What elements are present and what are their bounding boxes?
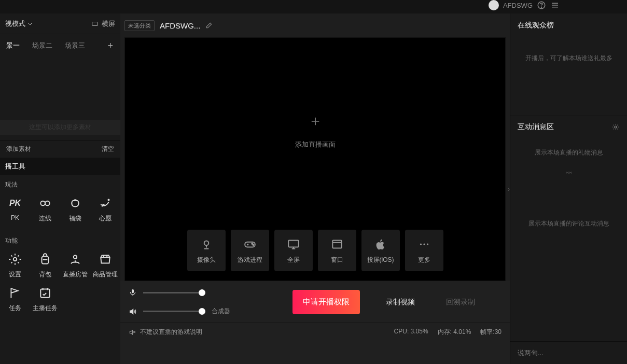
material-list: 这里可以添加更多素材	[0, 57, 120, 140]
record-button[interactable]: 录制视频	[386, 298, 415, 307]
mic-volume-slider[interactable]	[143, 292, 205, 293]
tool-goods[interactable]: 商品管理	[90, 251, 120, 279]
source-buttons: 摄像头 游戏进程 全屏 窗口 投屏(iOS)	[187, 230, 443, 271]
edit-title-icon[interactable]	[205, 22, 213, 29]
scene-tab-3[interactable]: 场景三	[63, 38, 87, 53]
svg-rect-18	[332, 240, 341, 248]
scene-tabs: 景一 场景二 场景三 +	[0, 34, 120, 57]
svg-rect-5	[92, 22, 98, 25]
tool-link[interactable]: 连线	[30, 195, 60, 223]
top-bar: AFDSWG	[0, 0, 627, 13]
mem-stat: 内存: 4.01%	[438, 328, 471, 337]
gift-empty-text: 展示本场直播的礼物消息	[510, 138, 627, 167]
add-material-button[interactable]: 添加素材	[6, 145, 31, 153]
game-advice-link[interactable]: 不建议直播的游戏说明	[140, 328, 202, 337]
gameplay-section-header: 玩法	[0, 175, 120, 192]
tool-wish[interactable]: 心愿	[90, 195, 120, 223]
gamepad-icon	[243, 237, 257, 251]
flag-icon	[7, 285, 23, 301]
tool-lucky-bag[interactable]: 福袋	[60, 195, 90, 223]
svg-rect-17	[288, 240, 299, 247]
tool-host-task[interactable]: 主播任务	[30, 285, 60, 313]
source-fullscreen[interactable]: 全屏	[274, 230, 313, 271]
username: AFDSWG	[503, 2, 533, 9]
main-area: 未选分类 AFDSWG... ＋ 添加直播画面 摄像头 游戏进程	[120, 13, 510, 364]
collapse-right-handle[interactable]: ›	[508, 186, 510, 193]
tool-settings[interactable]: 设置	[0, 251, 30, 279]
bag-icon	[67, 195, 83, 211]
add-scene-button[interactable]: +	[104, 40, 116, 51]
tool-pk[interactable]: PK PK	[0, 195, 30, 223]
wish-icon	[97, 195, 113, 211]
chat-input[interactable]	[510, 342, 627, 364]
pk-icon: PK	[7, 195, 23, 211]
feature-tools: 设置 背包 直播房管 商品管理 任务 主播任务	[0, 248, 120, 321]
source-camera[interactable]: 摄像头	[187, 230, 226, 271]
svg-point-9	[13, 258, 17, 261]
tool-backpack[interactable]: 背包	[30, 251, 60, 279]
svg-point-13	[204, 241, 208, 245]
speaker-volume-slider[interactable]	[143, 311, 205, 312]
window-icon	[330, 237, 344, 251]
clear-material-button[interactable]: 清空	[102, 145, 114, 153]
plus-icon: ＋	[295, 111, 336, 131]
synth-label[interactable]: 合成器	[212, 307, 230, 316]
admin-icon	[67, 251, 83, 267]
gear-icon	[7, 251, 23, 267]
tool-room-admin[interactable]: 直播房管	[60, 251, 90, 279]
stream-title: AFDSWG...	[160, 21, 200, 30]
backpack-icon	[37, 251, 53, 267]
start-stream-button[interactable]: 申请开播权限	[292, 290, 360, 314]
panel-resize-handle[interactable]	[510, 167, 627, 178]
material-empty-hint: 这里可以添加更多素材	[0, 120, 120, 135]
category-tag[interactable]: 未选分类	[124, 20, 155, 31]
cpu-stat: CPU: 3.05%	[394, 328, 428, 337]
svg-point-16	[253, 244, 254, 245]
source-window[interactable]: 窗口	[318, 230, 356, 271]
svg-point-22	[426, 243, 428, 245]
left-sidebar: 视模式 横屏 景一 场景二 场景三 + 这里可以添加更多素材 添加素材 清空 播…	[0, 13, 120, 364]
mute-advice-icon	[129, 329, 136, 336]
view-mode-dropdown[interactable]: 视模式	[5, 19, 33, 29]
interact-settings-icon[interactable]	[611, 123, 620, 131]
svg-point-25	[615, 126, 617, 128]
camera-icon	[199, 237, 214, 251]
tools-header: 播工具	[0, 158, 120, 175]
svg-point-21	[423, 243, 425, 245]
replay-button[interactable]: 回溯录制	[446, 298, 475, 307]
chat-input-wrap	[510, 341, 627, 364]
orientation-button[interactable]: 横屏	[91, 19, 115, 29]
add-preview-prompt[interactable]: ＋ 添加直播画面	[295, 111, 336, 149]
svg-point-6	[40, 201, 45, 206]
comment-empty-text: 展示本场直播的评论互动消息	[510, 178, 627, 228]
menu-icon[interactable]	[550, 1, 560, 10]
source-more[interactable]: 更多	[405, 230, 443, 271]
gameplay-tools: PK PK 连线 福袋 心愿	[0, 192, 120, 231]
svg-point-11	[74, 255, 77, 259]
speaker-icon[interactable]	[129, 307, 137, 316]
shop-icon	[97, 251, 113, 267]
audience-rank-title: 在线观众榜	[510, 13, 627, 37]
calendar-check-icon	[37, 285, 53, 301]
preview-canvas[interactable]: ＋ 添加直播画面 摄像头 游戏进程 全屏 窗口	[124, 37, 506, 281]
audience-empty-text: 开播后，可了解本场谁送礼最多	[510, 37, 627, 79]
svg-point-20	[420, 243, 421, 245]
svg-rect-12	[40, 289, 49, 297]
svg-point-8	[108, 199, 109, 200]
features-section-header: 功能	[0, 231, 120, 248]
source-ios[interactable]: 投屏(iOS)	[361, 230, 400, 271]
source-game[interactable]: 游戏进程	[231, 230, 269, 271]
scene-tab-1[interactable]: 景一	[4, 38, 22, 53]
link-icon	[37, 195, 53, 211]
avatar[interactable]	[489, 0, 499, 10]
chevron-down-icon	[27, 21, 33, 26]
fps-stat: 帧率:30	[480, 328, 501, 337]
help-icon[interactable]	[537, 1, 546, 10]
more-icon	[417, 237, 431, 251]
svg-point-1	[541, 7, 542, 7]
user-area[interactable]: AFDSWG	[489, 0, 560, 10]
tool-task[interactable]: 任务	[0, 285, 30, 313]
scene-tab-2[interactable]: 场景二	[30, 38, 54, 53]
landscape-icon	[91, 20, 99, 27]
mic-icon[interactable]	[129, 288, 137, 297]
